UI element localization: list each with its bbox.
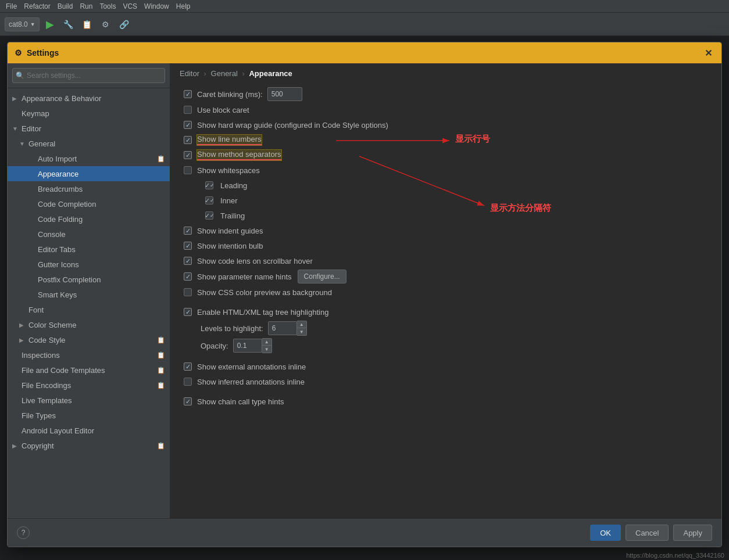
opacity-input[interactable]	[233, 339, 262, 353]
menu-refactor[interactable]: Refactor	[20, 1, 53, 12]
spinner-up-button[interactable]: ▲	[297, 321, 306, 328]
ok-button[interactable]: OK	[590, 525, 621, 541]
menu-tools[interactable]: Tools	[96, 1, 119, 12]
menu-run[interactable]: Run	[76, 1, 96, 12]
settings-button[interactable]: ⚙	[98, 16, 114, 33]
sidebar-item-auto-import[interactable]: Auto Import 📋	[8, 151, 170, 166]
menu-file[interactable]: File	[2, 1, 20, 12]
configure-button[interactable]: Configure...	[298, 270, 346, 283]
sidebar-item-editor[interactable]: ▼ Editor	[8, 121, 170, 136]
leading-checkbox[interactable]: ✓	[205, 181, 213, 189]
sidebar-item-code-folding[interactable]: Code Folding	[8, 211, 170, 227]
sidebar-item-android-layout-editor[interactable]: Android Layout Editor	[8, 423, 170, 438]
apply-button[interactable]: Apply	[673, 525, 712, 541]
cb-wrapper	[182, 396, 194, 407]
sidebar-label: Auto Import	[38, 155, 77, 163]
enable-html-xml-checkbox[interactable]	[184, 308, 192, 316]
use-block-caret-checkbox[interactable]	[184, 106, 192, 114]
caret-blinking-label: Caret blinking (ms):	[197, 90, 263, 99]
show-method-separators-checkbox[interactable]	[184, 151, 192, 159]
setting-show-hard-wrap: Show hard wrap guide (configured in Code…	[182, 117, 710, 132]
sidebar-item-breadcrumbs[interactable]: Breadcrumbs	[8, 181, 170, 196]
caret-blinking-checkbox[interactable]	[184, 90, 192, 98]
sidebar-item-font[interactable]: Font	[8, 302, 170, 317]
breadcrumb: Editor › General › Appearance	[170, 63, 721, 81]
dialog-body: 🔍 ▶ Appearance & Behavior Keymap	[8, 63, 721, 518]
profile-button[interactable]: 📋	[79, 16, 95, 33]
sidebar-item-gutter-icons[interactable]: Gutter Icons	[8, 257, 170, 272]
sidebar-item-appearance[interactable]: Appearance	[8, 166, 170, 181]
sidebar-item-keymap[interactable]: Keymap	[8, 106, 170, 121]
show-indent-guides-checkbox[interactable]	[184, 227, 192, 235]
dialog-title-label: Settings	[27, 48, 59, 58]
sidebar-item-appearance-behavior[interactable]: ▶ Appearance & Behavior	[8, 91, 170, 106]
build-button[interactable]: 🔧	[60, 16, 77, 33]
menu-window[interactable]: Window	[141, 1, 173, 12]
spinner-down-button[interactable]: ▼	[262, 346, 271, 353]
spinner-down-button[interactable]: ▼	[297, 328, 306, 335]
dropdown-arrow-icon: ▼	[30, 21, 35, 27]
show-indent-guides-label: Show indent guides	[197, 227, 263, 235]
show-whitespaces-checkbox[interactable]	[184, 166, 192, 174]
sidebar-label: Live Templates	[22, 396, 72, 405]
sidebar-item-file-code-templates[interactable]: File and Code Templates 📋	[8, 362, 170, 378]
sidebar-item-live-templates[interactable]: Live Templates	[8, 393, 170, 408]
sidebar-label: Color Scheme	[28, 321, 76, 329]
trailing-checkbox[interactable]: ✓	[205, 211, 213, 220]
show-hard-wrap-checkbox[interactable]	[184, 121, 192, 129]
attach-button[interactable]: 🔗	[116, 16, 133, 33]
show-code-lens-checkbox[interactable]	[184, 257, 192, 265]
bc-sep1: ›	[204, 69, 206, 78]
sidebar-item-file-types[interactable]: File Types	[8, 408, 170, 423]
sidebar-item-file-encodings[interactable]: File Encodings 📋	[8, 378, 170, 393]
show-css-color-label: Show CSS color preview as background	[197, 288, 332, 297]
show-css-color-checkbox[interactable]	[184, 288, 192, 296]
menu-build[interactable]: Build	[54, 1, 77, 12]
cb-wrapper	[182, 286, 194, 298]
spinner-buttons: ▲ ▼	[262, 338, 272, 353]
setting-show-external-annotations: Show external annotations inline	[182, 359, 710, 374]
cancel-button[interactable]: Cancel	[626, 525, 669, 541]
dialog-footer: ? OK Cancel Apply	[8, 518, 721, 547]
sidebar-item-console[interactable]: Console	[8, 227, 170, 242]
sidebar-label: Code Folding	[38, 215, 83, 224]
sidebar-item-smart-keys[interactable]: Smart Keys	[8, 287, 170, 302]
sidebar-label: File Encodings	[22, 381, 71, 390]
show-line-numbers-checkbox[interactable]	[184, 136, 192, 144]
sidebar-item-code-style[interactable]: ▶ Code Style 📋	[8, 332, 170, 347]
setting-show-code-lens: Show code lens on scrollbar hover	[182, 253, 710, 268]
setting-leading: ✓ Leading	[182, 178, 710, 193]
show-parameter-hints-checkbox[interactable]	[184, 272, 192, 281]
trailing-label: Trailing	[220, 211, 245, 220]
content-area: Editor › General › Appearance Caret blin…	[170, 63, 721, 518]
show-intention-bulb-checkbox[interactable]	[184, 242, 192, 250]
dialog-close-button[interactable]: ✕	[702, 46, 714, 59]
spinner-up-button[interactable]: ▲	[262, 339, 271, 346]
menu-vcs[interactable]: VCS	[119, 1, 141, 12]
project-dropdown[interactable]: cat8.0 ▼	[5, 17, 40, 31]
sidebar-item-code-completion[interactable]: Code Completion	[8, 196, 170, 211]
search-input[interactable]	[12, 68, 165, 83]
caret-blinking-input[interactable]	[267, 87, 302, 101]
config-icon: 📋	[157, 367, 165, 374]
run-button[interactable]: ▶	[42, 16, 58, 33]
sidebar-item-postfix-completion[interactable]: Postfix Completion	[8, 272, 170, 287]
menu-help[interactable]: Help	[173, 1, 194, 12]
search-icon: 🔍	[16, 71, 24, 80]
setting-caret-blinking: Caret blinking (ms):	[182, 86, 710, 102]
sidebar-item-copyright[interactable]: ▶ Copyright 📋	[8, 438, 170, 453]
show-inferred-annotations-checkbox[interactable]	[184, 378, 192, 386]
sidebar-item-editor-tabs[interactable]: Editor Tabs	[8, 242, 170, 257]
sidebar-label: Inspections	[22, 351, 60, 360]
help-button[interactable]: ?	[17, 526, 30, 539]
sidebar-item-inspections[interactable]: Inspections 📋	[8, 347, 170, 362]
show-chain-call-checkbox[interactable]	[184, 397, 192, 405]
levels-highlight-input[interactable]	[268, 321, 297, 335]
cb-wrapper	[182, 376, 194, 387]
setting-show-whitespaces: Show whitespaces	[182, 163, 710, 178]
show-external-annotations-checkbox[interactable]	[184, 362, 192, 371]
inner-checkbox[interactable]: ✓	[205, 196, 213, 204]
sidebar-label: Code Completion	[38, 200, 96, 209]
sidebar-item-color-scheme[interactable]: ▶ Color Scheme	[8, 317, 170, 332]
sidebar-item-general[interactable]: ▼ General	[8, 136, 170, 151]
